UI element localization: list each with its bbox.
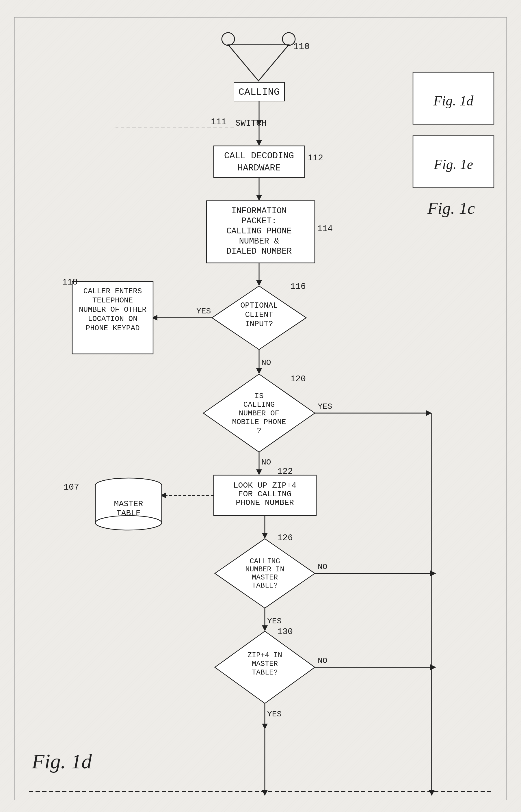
info-packet-line5: DIALED NUMBER xyxy=(226,247,292,256)
ref-130: 130 xyxy=(277,627,293,637)
info-packet-line1: INFORMATION xyxy=(231,206,287,216)
svg-point-37 xyxy=(95,516,162,530)
caller-enters-line5: PHONE KEYPAD xyxy=(86,324,139,333)
ref-111: 111 xyxy=(211,117,226,127)
zip-in-master-line3: TABLE? xyxy=(252,669,278,677)
fig-1d-label-bottom: Fig. 1d xyxy=(31,750,92,773)
is-calling-line2: CALLING xyxy=(243,400,275,409)
yes-label-130: YES xyxy=(267,710,281,719)
no-label-120: NO xyxy=(262,458,271,467)
fig-1d-label-upper: Fig. 1d xyxy=(433,93,474,108)
fig-1c-label: Fig. 1c xyxy=(427,199,475,218)
optional-client-line1: OPTIONAL xyxy=(240,301,278,310)
is-calling-line3: NUMBER OF xyxy=(239,409,279,418)
no-label-126: NO xyxy=(318,562,327,571)
is-calling-line1: IS xyxy=(254,392,264,400)
ref-112: 112 xyxy=(308,153,323,163)
yes-label-120: YES xyxy=(318,402,332,411)
call-decoding-line1: CALL DECODING xyxy=(224,151,294,161)
optional-client-line3: INPUT? xyxy=(245,320,273,329)
lookup-zip-line2: FOR CALLING xyxy=(238,490,292,499)
yes-label-116: YES xyxy=(196,307,211,316)
yes-label-126: YES xyxy=(267,617,281,626)
fig-1e-label: Fig. 1e xyxy=(433,157,473,172)
no-label-116: NO xyxy=(262,358,271,367)
call-decoding-line2: HARDWARE xyxy=(238,163,281,173)
zip-in-master-line2: MASTER xyxy=(252,660,278,668)
is-calling-line4: MOBILE PHONE xyxy=(232,418,286,426)
info-packet-line4: NUMBER & xyxy=(239,236,279,246)
caller-enters-line3: NUMBER OF OTHER xyxy=(79,305,146,314)
is-calling-line5: ? xyxy=(257,426,262,435)
ref-114: 114 xyxy=(317,224,333,234)
ref-126: 126 xyxy=(277,533,293,543)
info-packet-line3: CALLING PHONE xyxy=(226,226,292,236)
diagram-container: 110 CALLING 111 SWITCH CALL DECODING HAR… xyxy=(0,0,521,812)
master-table-line1: MASTER xyxy=(114,499,143,509)
lookup-zip-line3: PHONE NUMBER xyxy=(236,498,294,507)
caller-enters-line2: TELEPHONE xyxy=(92,296,133,305)
master-table-line2: TABLE xyxy=(116,509,141,518)
ref-110: 110 xyxy=(293,41,310,52)
ref-120: 120 xyxy=(290,374,306,384)
ref-118: 118 xyxy=(62,277,78,287)
calling-in-master-line3: MASTER xyxy=(252,573,278,582)
calling-in-master-line4: TABLE? xyxy=(252,582,278,590)
ref-107: 107 xyxy=(64,482,79,492)
caller-enters-line4: LOCATION ON xyxy=(88,315,137,323)
switch-label: SWITCH xyxy=(235,118,267,128)
info-packet-line2: PACKET: xyxy=(242,216,277,226)
zip-in-master-line1: ZIP+4 IN xyxy=(248,651,282,659)
optional-client-line2: CLIENT xyxy=(245,311,273,319)
ref-116: 116 xyxy=(290,281,306,291)
calling-in-master-line1: CALLING xyxy=(250,557,280,566)
calling-label: CALLING xyxy=(239,87,280,98)
calling-in-master-line2: NUMBER IN xyxy=(245,565,284,574)
caller-enters-line1: CALLER ENTERS xyxy=(84,287,142,295)
lookup-zip-line1: LOOK UP ZIP+4 xyxy=(233,481,296,490)
no-label-130: NO xyxy=(318,656,327,665)
